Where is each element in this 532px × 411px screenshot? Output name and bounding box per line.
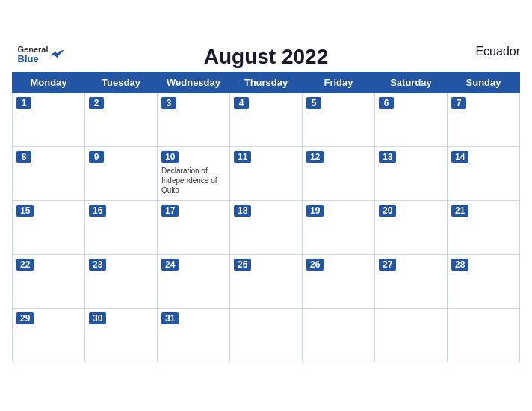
week-row-1: 1234567	[13, 93, 520, 146]
day-cell: 24	[158, 254, 230, 308]
country-label: Ecuador	[475, 45, 520, 58]
week-row-2: 8910Declaration of Independence of Quito…	[13, 146, 520, 200]
day-cell	[303, 308, 375, 362]
day-cell: 19	[303, 200, 375, 254]
day-cell	[375, 308, 448, 362]
event-text: Declaration of Independence of Quito	[161, 166, 226, 195]
logo-general: General	[18, 45, 49, 54]
day-number: 13	[379, 151, 396, 163]
day-number: 14	[451, 151, 468, 163]
day-cell: 25	[230, 254, 303, 308]
day-number: 15	[16, 205, 34, 217]
week-row-3: 15161718192021	[13, 200, 520, 254]
day-cell: 6	[375, 93, 448, 146]
day-cell: 18	[230, 200, 303, 254]
calendar-body: 12345678910Declaration of Independence o…	[13, 93, 520, 362]
day-cell: 20	[375, 200, 448, 254]
day-cell: 28	[448, 254, 520, 308]
day-number: 22	[16, 259, 34, 271]
day-number: 2	[89, 97, 104, 109]
day-number: 4	[234, 97, 249, 109]
day-cell: 27	[375, 254, 448, 308]
day-cell: 29	[13, 308, 85, 362]
logo-area: General Blue	[12, 45, 72, 64]
logo-bird-icon	[49, 48, 66, 61]
days-header-row: Monday Tuesday Wednesday Thursday Friday…	[13, 72, 520, 93]
calendar-wrapper: General Blue August 2022 Ecuador Monday …	[0, 37, 532, 374]
day-number: 18	[234, 205, 251, 217]
day-cell	[230, 308, 303, 362]
day-number: 12	[306, 151, 324, 163]
day-number: 29	[16, 312, 34, 324]
header-monday: Monday	[13, 72, 85, 93]
day-cell: 17	[158, 200, 230, 254]
day-cell: 5	[303, 93, 375, 146]
day-cell: 12	[303, 146, 375, 200]
header-sunday: Sunday	[448, 72, 520, 93]
day-cell: 14	[448, 146, 520, 200]
day-number: 17	[161, 205, 179, 217]
day-cell: 22	[13, 254, 85, 308]
day-number: 30	[89, 312, 106, 324]
day-number: 11	[234, 151, 251, 163]
header-wednesday: Wednesday	[158, 72, 230, 93]
day-cell: 30	[85, 308, 158, 362]
day-cell: 4	[230, 93, 303, 146]
day-number: 7	[451, 97, 466, 109]
day-cell: 1	[13, 93, 85, 146]
day-cell: 31	[158, 308, 230, 362]
day-number: 5	[306, 97, 321, 109]
day-cell: 8	[13, 146, 85, 200]
day-number: 3	[161, 97, 176, 109]
day-cell: 11	[230, 146, 303, 200]
day-number: 8	[16, 151, 31, 163]
day-number: 10	[161, 151, 179, 163]
day-cell: 15	[13, 200, 85, 254]
header-friday: Friday	[303, 72, 375, 93]
day-cell: 2	[85, 93, 158, 146]
day-number: 1	[16, 97, 31, 109]
day-cell: 26	[303, 254, 375, 308]
day-number: 31	[161, 312, 179, 324]
day-cell: 23	[85, 254, 158, 308]
day-cell: 13	[375, 146, 448, 200]
day-number: 25	[234, 259, 251, 271]
day-number: 6	[379, 97, 394, 109]
week-row-5: 293031	[13, 308, 520, 362]
day-cell	[448, 308, 520, 362]
day-number: 26	[306, 259, 324, 271]
header-thursday: Thursday	[230, 72, 303, 93]
day-cell: 9	[85, 146, 158, 200]
day-number: 16	[89, 205, 106, 217]
header-tuesday: Tuesday	[85, 72, 158, 93]
day-cell: 7	[448, 93, 520, 146]
day-cell: 3	[158, 93, 230, 146]
day-number: 28	[451, 259, 468, 271]
day-number: 27	[379, 259, 396, 271]
day-number: 19	[306, 205, 324, 217]
day-number: 23	[89, 259, 106, 271]
day-cell: 10Declaration of Independence of Quito	[158, 146, 230, 200]
day-cell: 16	[85, 200, 158, 254]
logo-blue: Blue	[18, 54, 49, 64]
day-cell: 21	[448, 200, 520, 254]
day-number: 20	[379, 205, 396, 217]
calendar-table: Monday Tuesday Wednesday Thursday Friday…	[12, 72, 520, 362]
week-row-4: 22232425262728	[13, 254, 520, 308]
header-saturday: Saturday	[375, 72, 448, 93]
day-number: 24	[161, 259, 179, 271]
calendar-header: General Blue August 2022 Ecuador	[12, 45, 520, 69]
day-number: 9	[89, 151, 104, 163]
calendar-title: August 2022	[12, 45, 520, 69]
day-number: 21	[451, 205, 468, 217]
